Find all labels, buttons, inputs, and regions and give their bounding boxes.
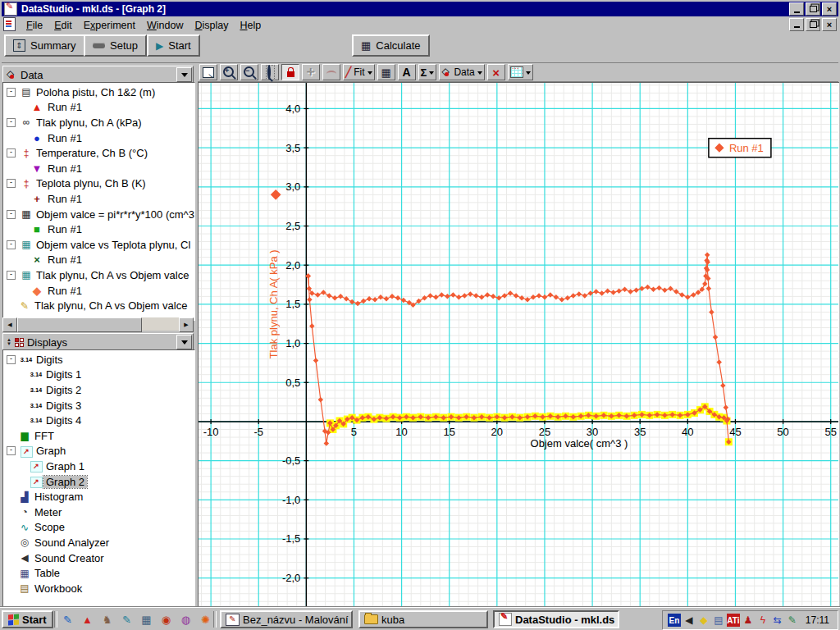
menu-experiment[interactable]: Experiment: [78, 19, 141, 32]
statistics-button[interactable]: Σ: [418, 64, 437, 80]
ati-tray-icon[interactable]: ATi: [727, 614, 740, 627]
start-button[interactable]: ▶ Start: [147, 34, 200, 57]
disk-clock-tray-icon[interactable]: ▤: [712, 614, 725, 627]
fit-menu-button[interactable]: ╱Fit: [343, 64, 375, 80]
run-item[interactable]: ●Run #1: [3, 130, 194, 146]
quick-launch-icon-8[interactable]: ✺: [199, 613, 212, 627]
collapse-toggle[interactable]: -: [7, 118, 16, 127]
data-item[interactable]: -∞Tlak plynu, Ch A (kPa): [3, 115, 194, 130]
smart-tool-button[interactable]: [281, 64, 299, 80]
run-item[interactable]: +Run #1: [3, 191, 194, 207]
collapse-toggle[interactable]: -: [7, 271, 16, 280]
displays-dropdown-button[interactable]: [176, 335, 192, 349]
run-item[interactable]: ▼Run #1: [3, 161, 194, 176]
collapse-toggle[interactable]: -: [7, 355, 16, 364]
windows-start-button[interactable]: Start: [2, 610, 53, 628]
run-item[interactable]: ◆Run #1: [3, 283, 194, 299]
data-item[interactable]: -▦Tlak plynu, Ch A vs Objem valce: [3, 267, 194, 283]
display-item[interactable]: -↗Graph: [3, 444, 194, 459]
data-item[interactable]: -‡Temperature, Ch B (°C): [3, 145, 194, 161]
menu-file[interactable]: File: [21, 19, 48, 32]
zoom-in-button[interactable]: +: [220, 64, 238, 80]
data-item[interactable]: -▦Objem valce vs Teplota plynu, Cl: [3, 237, 194, 253]
sync-tray-icon[interactable]: ⇆: [771, 614, 784, 627]
close-button[interactable]: ×: [822, 2, 837, 16]
restore-button[interactable]: [806, 2, 820, 16]
scale-to-fit-button[interactable]: [199, 64, 217, 80]
collapse-toggle[interactable]: -: [7, 148, 16, 158]
setup-button[interactable]: Setup: [84, 34, 147, 57]
xy-tool-button[interactable]: ✛: [302, 64, 320, 80]
display-item[interactable]: ◎Sound Analyzer: [3, 535, 194, 550]
display-item[interactable]: ◔Meter: [3, 504, 194, 520]
collapse-toggle[interactable]: -: [7, 240, 16, 249]
delete-button[interactable]: ×: [487, 64, 505, 80]
display-subitem[interactable]: 3.14Digits 1: [3, 368, 194, 383]
quick-launch-icon-3[interactable]: ♞: [100, 613, 114, 627]
display-item[interactable]: ▤Workbook: [3, 581, 194, 596]
collapse-toggle[interactable]: -: [7, 88, 16, 97]
display-item[interactable]: -3.14Digits: [3, 352, 194, 368]
graph-settings-button[interactable]: [508, 64, 533, 80]
calculator-button[interactable]: ▦: [377, 64, 395, 80]
data-item[interactable]: -▦Objem valce = pi*r*r*y*100 (cm^3: [3, 207, 194, 222]
child-minimize-button[interactable]: [789, 18, 804, 31]
data-panel-header[interactable]: ◇ Data: [2, 66, 194, 84]
child-restore-button[interactable]: [806, 18, 820, 31]
data-tree-hscrollbar[interactable]: ◀ ▶: [2, 317, 194, 331]
display-subitem[interactable]: 3.14Digits 2: [3, 382, 194, 398]
scroll-left-button[interactable]: ◀: [2, 317, 17, 332]
collapse-toggle[interactable]: -: [7, 446, 16, 455]
display-item[interactable]: ▦Table: [3, 565, 194, 581]
display-item[interactable]: ▆FFT: [3, 428, 194, 444]
run-item[interactable]: ▲Run #1: [3, 100, 194, 116]
display-subitem[interactable]: ↗Graph 2: [3, 474, 194, 490]
collapse-toggle[interactable]: -: [7, 210, 16, 219]
menu-help[interactable]: Help: [234, 19, 267, 32]
power-tray-icon[interactable]: ϟ: [756, 614, 769, 627]
data-item[interactable]: ✎Tlak plynu, Ch A vs Objem valce: [3, 298, 194, 313]
scheduler-tray-icon[interactable]: ◆: [697, 614, 710, 627]
data-dropdown-button[interactable]: [176, 67, 192, 82]
pen-tray-icon[interactable]: ✎: [786, 614, 799, 627]
display-item[interactable]: ◀Sound Creator: [3, 550, 194, 566]
quick-launch-icon-1[interactable]: ✎: [61, 613, 75, 627]
display-subitem[interactable]: 3.14Digits 4: [3, 413, 194, 428]
calculate-button[interactable]: ▦ Calculate: [352, 34, 430, 57]
graph-plot[interactable]: -10-55101520253035404550554,03,53,02,52,…: [199, 83, 838, 606]
menu-edit[interactable]: Edit: [48, 19, 78, 32]
language-en-tray-icon[interactable]: En: [668, 614, 681, 627]
data-item[interactable]: -▤Poloha pistu, Ch 1&2 (m): [3, 84, 194, 100]
task-button-2[interactable]: kuba: [358, 610, 488, 628]
task-button-1[interactable]: ✎Bez_názvu - Malování: [220, 610, 353, 628]
summary-button[interactable]: ⇕ Summary: [4, 34, 85, 57]
scroll-right-button[interactable]: ▶: [179, 317, 194, 332]
menu-window[interactable]: Window: [141, 19, 189, 32]
data-item[interactable]: -‡Teplota plynu, Ch B (K): [3, 176, 194, 192]
display-subitem[interactable]: 3.14Digits 3: [3, 398, 194, 413]
graph-document-icon[interactable]: [3, 17, 16, 31]
zoom-select-button[interactable]: [261, 64, 279, 80]
display-item[interactable]: ∿Scope: [3, 520, 194, 536]
quick-launch-icon-6[interactable]: ◉: [159, 613, 173, 627]
menu-display[interactable]: Display: [189, 19, 234, 32]
slope-tool-button[interactable]: [322, 64, 340, 80]
child-close-button[interactable]: ×: [822, 18, 837, 31]
collapse-toggle[interactable]: -: [7, 179, 16, 188]
minimize-button[interactable]: [789, 2, 804, 16]
displays-panel-header[interactable]: ▲▼ Displays: [2, 333, 194, 351]
display-item[interactable]: ▟Histogram: [3, 489, 194, 504]
scrollbar-thumb[interactable]: [17, 317, 142, 332]
quick-launch-icon-4[interactable]: ✎: [120, 613, 134, 627]
quick-launch-icon-5[interactable]: ▦: [139, 613, 153, 627]
run-item[interactable]: ■Run #1: [3, 221, 194, 237]
run-item[interactable]: ×Run #1: [3, 253, 194, 268]
title-bar[interactable]: DataStudio - mkl.ds - [Graph 2] ×: [2, 2, 838, 16]
volume-tray-icon[interactable]: ◀: [682, 614, 696, 627]
quick-launch-icon-2[interactable]: ▲: [80, 613, 94, 627]
text-annotation-button[interactable]: A: [398, 64, 416, 80]
person-tray-icon[interactable]: ♟: [742, 614, 755, 627]
quick-launch-icon-7[interactable]: ◍: [179, 613, 193, 627]
zoom-out-button[interactable]: −: [240, 64, 258, 80]
task-button-3[interactable]: DataStudio - mkl.ds - ...: [493, 610, 619, 628]
